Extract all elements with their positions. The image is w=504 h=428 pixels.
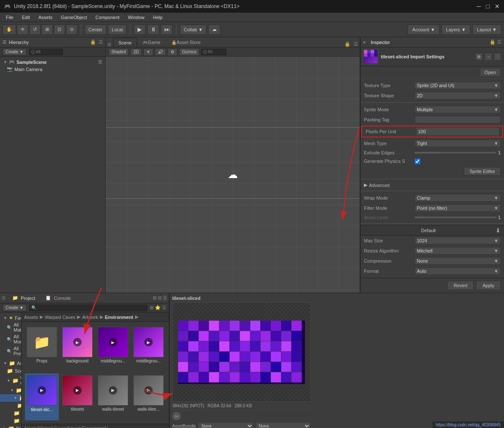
effects-btn[interactable]: ⚙	[168, 48, 177, 56]
layers-btn[interactable]: Layers ▼	[441, 25, 471, 35]
resize-algo-value[interactable]: Mitchell ▼	[415, 247, 501, 255]
inspector-menu-icon[interactable]: ☰	[497, 39, 501, 45]
mesh-type-value[interactable]: Tight ▼	[415, 140, 501, 147]
menu-window[interactable]: Window	[124, 14, 148, 21]
asset-walls-tileset2[interactable]: ▶ walls-tilee...	[132, 373, 165, 421]
revert-btn[interactable]: Revert	[447, 281, 474, 290]
rect-tool[interactable]: ⊡	[54, 25, 65, 35]
menu-assets[interactable]: Assets	[35, 14, 56, 21]
local-btn[interactable]: Local	[108, 25, 127, 35]
rotate-tool[interactable]: ↺	[29, 25, 41, 35]
artwork-item[interactable]: ▼ 📁 Artwork	[0, 387, 21, 394]
all-materials-item[interactable]: 🔍 All Materials	[0, 321, 21, 333]
breadcrumb-environment[interactable]: Environment	[105, 315, 133, 320]
hierarchy-item-camera[interactable]: 📷 Main Camera	[0, 66, 105, 73]
scene-menu-icon[interactable]: ☰	[98, 60, 102, 64]
mode-2d-btn[interactable]: 2D	[130, 48, 142, 56]
advanced-section[interactable]: ▶ Advanced	[361, 181, 504, 189]
scene-tab-game[interactable]: 🎮 Game	[137, 38, 166, 47]
bundle-select1[interactable]: None	[198, 422, 253, 428]
aniso-slider[interactable]: 1	[415, 215, 501, 220]
scene-content[interactable]: ☁	[106, 57, 360, 293]
all-models-item[interactable]: 🔍 All Models	[0, 333, 21, 345]
asset-walls-tileset[interactable]: ▶ walls-tileset	[96, 373, 130, 421]
menu-file[interactable]: File	[3, 14, 17, 21]
texture-shape-value[interactable]: 2D ▼	[415, 92, 501, 99]
hierarchy-create-btn[interactable]: Create ▼	[3, 48, 27, 55]
packages-item[interactable]: ▶ 📁 Packages	[0, 425, 21, 428]
asset-middleground2[interactable]: ▶ middlegrou...	[132, 325, 165, 372]
inspector-icon2[interactable]: →	[485, 53, 492, 60]
audio-btn[interactable]: 🔊	[155, 48, 166, 56]
generate-physics-checkbox[interactable]	[415, 159, 420, 164]
account-btn[interactable]: Account ▼	[408, 25, 440, 35]
move-tool[interactable]: ✛	[17, 25, 28, 35]
asset-tilesets[interactable]: ▶ tilesets	[61, 373, 94, 421]
gizmos-btn[interactable]: Gizmos	[179, 48, 199, 56]
inspector-lock-icon[interactable]: 🔒	[490, 39, 496, 45]
wrap-mode-value[interactable]: Clamp ▼	[415, 194, 501, 202]
breadcrumb-artwork[interactable]: Artwork	[82, 315, 98, 320]
hand-tool[interactable]: ✋	[3, 25, 16, 35]
assets-item[interactable]: ▼ 📁 Assets	[0, 359, 21, 367]
sprite-editor-btn[interactable]: Sprite Editor	[464, 167, 501, 176]
inspector-tab[interactable]: Inspector	[367, 39, 393, 46]
maximize-btn[interactable]: □	[486, 3, 490, 10]
inspector-icon3[interactable]: ⋮	[494, 53, 501, 60]
all-prefabs-item[interactable]: 🔍 All Prefabs	[0, 345, 21, 357]
favorites-item[interactable]: ▼ ★ Favorites	[0, 314, 21, 321]
scene-menu-icon[interactable]: ☰	[352, 41, 360, 47]
apply-btn[interactable]: Apply	[476, 281, 501, 290]
hierarchy-search[interactable]	[29, 49, 63, 55]
sprites-item[interactable]: 📁 Sprites	[0, 409, 21, 417]
center-btn[interactable]: Center	[85, 25, 106, 35]
project-tab-console[interactable]: 📋 Console	[40, 294, 76, 303]
asset-props[interactable]: 📁 Props	[25, 325, 59, 372]
cloud-btn[interactable]: ☁	[208, 25, 220, 35]
pause-btn[interactable]: ⏸	[147, 25, 159, 35]
lights-btn[interactable]: ☀	[143, 48, 153, 56]
project-tab-project[interactable]: 📁 Project	[7, 294, 40, 303]
inspector-open-btn[interactable]: Open	[480, 68, 501, 77]
packing-tag-value[interactable]	[415, 116, 501, 123]
download-icon[interactable]: ⬇	[496, 227, 501, 234]
menu-edit[interactable]: Edit	[19, 14, 33, 21]
menu-component[interactable]: Component	[92, 14, 123, 21]
project-create-btn[interactable]: Create ▼	[3, 304, 27, 311]
bundle-select2[interactable]: None	[255, 422, 311, 428]
breadcrumb-assets[interactable]: Assets	[24, 315, 38, 320]
breadcrumb-warped-caves[interactable]: Warped Caves	[45, 315, 75, 320]
menu-gameobject[interactable]: GameObject	[58, 14, 91, 21]
sprite-mode-value[interactable]: Multiple ▼	[415, 106, 501, 113]
props-item[interactable]: 📁 Props	[0, 402, 21, 409]
inspector-icon1[interactable]: ⊞	[475, 53, 483, 60]
hierarchy-scene[interactable]: ▼ 🎮 SampleScene ☰	[0, 58, 105, 66]
project-icons2[interactable]: ⊞ ⭐ ☰	[150, 305, 166, 310]
close-btn[interactable]: ✕	[495, 3, 500, 10]
hierarchy-tab[interactable]: Hierarchy	[9, 40, 29, 45]
collab-btn[interactable]: Collab ▼	[180, 25, 207, 35]
artwork-scenes-item[interactable]: 📁 Scenes	[0, 417, 21, 425]
texture-type-value[interactable]: Sprite (2D and UI) ▼	[415, 82, 501, 89]
asset-middleground1[interactable]: ▶ middlegrou...	[96, 325, 130, 372]
scene-search[interactable]	[201, 49, 226, 55]
project-search[interactable]	[29, 305, 147, 311]
compression-value[interactable]: None ▼	[415, 257, 501, 265]
minimize-btn[interactable]: ─	[477, 3, 481, 10]
step-btn[interactable]: ⏭	[161, 25, 173, 35]
shaded-btn[interactable]: Shaded	[108, 48, 129, 56]
scene-tab-assetstore[interactable]: 🔒 Asset Store	[166, 38, 206, 47]
asset-tileset-sliced[interactable]: ▶ tileset-slic...	[25, 373, 59, 421]
format-value[interactable]: Auto ▼	[415, 267, 501, 275]
transform-all-tool[interactable]: ⊙	[66, 25, 77, 35]
layout-btn[interactable]: Layout ▼	[472, 25, 501, 35]
scenes-item[interactable]: 📁 Scenes	[0, 367, 21, 375]
max-size-value[interactable]: 1024 ▼	[415, 237, 501, 244]
play-btn[interactable]: ▶	[134, 25, 146, 35]
menu-help[interactable]: Help	[149, 14, 166, 21]
pixels-per-unit-input[interactable]: 100	[416, 128, 499, 135]
asset-background[interactable]: ▶ background	[61, 325, 94, 372]
environment-item[interactable]: ▼ 📁 Environment	[0, 394, 21, 402]
warped-caves-item[interactable]: ▼ 📁 Warped Caves	[0, 375, 21, 387]
extrude-slider[interactable]: 1	[415, 150, 501, 155]
